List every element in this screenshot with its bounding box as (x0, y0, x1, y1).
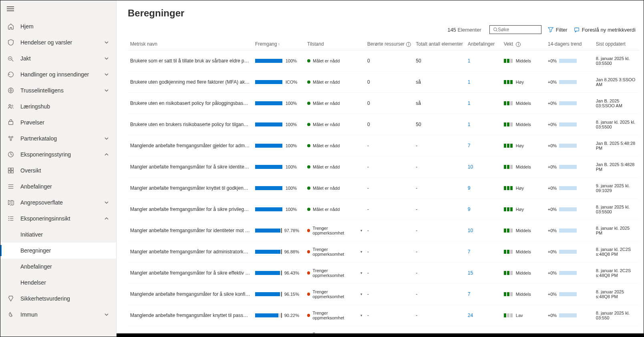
search-box[interactable] (489, 25, 541, 34)
weight-cell: Middels (504, 292, 543, 297)
col-total[interactable]: Totalt antall elementer (413, 38, 465, 50)
sidebar-item-oversikt[interactable]: Oversikt (0, 162, 116, 179)
sidebar-item-hendelser[interactable]: Hendelser (0, 275, 116, 291)
col-weight[interactable]: Vekt i (501, 38, 545, 50)
recommendations-link[interactable]: 1 (468, 79, 471, 85)
search-icon (493, 27, 498, 32)
col-updated[interactable]: Sist oppdatert (594, 38, 640, 50)
affected-cell: - (365, 135, 413, 156)
trend-value: +0% (548, 164, 557, 169)
table-row[interactable]: Brukere uten en brukers risikobaserte po… (128, 114, 640, 135)
metric-name: Manglende anbefalte fremgangsmåter knytt… (130, 313, 250, 318)
sidebar-item-læringshub[interactable]: Læringshub (0, 98, 116, 114)
trials-icon (7, 118, 15, 126)
sidebar-item-label: Eksponeringsstyring (20, 151, 104, 158)
threat-icon (7, 86, 15, 94)
total-cell: - (413, 178, 465, 199)
trend-value: +0% (548, 271, 557, 275)
status-cell: Trenger oppmerksomhet▾ (307, 289, 362, 299)
progress-bar (255, 59, 282, 63)
table-row[interactable]: Mangler anbefalte fremgangsmåter for adm… (128, 241, 640, 263)
table-row[interactable]: Brukere uten en risikobasert policy for … (128, 93, 640, 114)
suggest-button[interactable]: Foreslå ny metrikkverdi (574, 27, 636, 33)
sidebar-item-partnerkatalog[interactable]: Partnerkatalog (0, 130, 116, 146)
recommendations-link[interactable]: 7 (468, 249, 471, 255)
table-row[interactable]: Mangler anbefalte fremgangsmåter knyttet… (128, 178, 640, 199)
sidebar-item-anbefalinger[interactable]: Anbefalinger (0, 259, 116, 275)
recommendations-link[interactable]: 1 (468, 58, 471, 64)
table-row[interactable]: Mangler anbefalte fremgangsmåter for å s… (128, 156, 640, 178)
sidebar-item-prøvelser[interactable]: Prøvelser (0, 114, 116, 130)
table-row[interactable]: Mangler anbefalte fremgangsmåter for å s… (128, 199, 640, 220)
progress-bar (255, 144, 282, 148)
recommendations-link[interactable]: 24 (468, 313, 473, 318)
recommendations-link[interactable]: 15 (468, 270, 473, 276)
sidebar-item-label: Eksponeringsinnsikt (20, 215, 104, 222)
chevron-down-icon (104, 56, 110, 61)
sidebar-item-hjem[interactable]: Hjem (0, 18, 116, 34)
sidebar-item-eksponeringsstyring[interactable]: Eksponeringsstyring (0, 146, 116, 162)
filter-label: Filter (556, 27, 568, 33)
weight-cell: Høy (504, 207, 543, 212)
progress-bar (255, 186, 282, 190)
total-cell: 50 (413, 50, 465, 72)
trend-value: +0% (548, 80, 557, 84)
progress-value: 100% (286, 186, 297, 191)
table-row[interactable]: Brukere som er satt til å tillate bruk a… (128, 50, 640, 72)
item-count-label: Elementer (457, 27, 481, 33)
chevron-down-icon: ▾ (360, 229, 362, 233)
recommendations-link[interactable]: 7 (468, 143, 471, 148)
col-name[interactable]: Metrisk navn (128, 38, 253, 50)
table-row[interactable]: Manglende anbefalte fremgangsmåter gjeld… (128, 135, 640, 156)
search-input[interactable] (498, 27, 538, 32)
affected-cell: - (365, 156, 413, 178)
table-row[interactable]: Identifisering av sensitive forretningsd… (128, 326, 640, 334)
progress-bar (255, 250, 281, 254)
col-recs[interactable]: Anbefalinger (465, 38, 501, 50)
sidebar-item-hendelser-og-varsler[interactable]: Hendelser og varsler (0, 34, 116, 50)
sidebar-item-immun[interactable]: Immun (0, 307, 116, 323)
svg-rect-17 (8, 171, 10, 173)
col-progress[interactable]: Fremgang↑ (253, 38, 305, 50)
recommendations-link[interactable]: 10 (468, 164, 473, 170)
trend-cell: +0% (548, 207, 591, 212)
filter-button[interactable]: Filter (548, 27, 568, 33)
recommendations-link[interactable]: 9 (468, 207, 471, 212)
col-trend[interactable]: 14-dagers trend (545, 38, 594, 50)
col-affected[interactable]: Berørte ressurseri (365, 38, 413, 50)
progress-bar (255, 292, 281, 296)
svg-rect-7 (9, 121, 13, 124)
sidebar-item-trusselintelligens[interactable]: Trusselintelligens (0, 82, 116, 98)
svg-line-12 (11, 138, 12, 139)
status-text: Målet er nådd (313, 122, 340, 127)
chevron-up-icon (104, 152, 110, 157)
recommendations-link[interactable]: 9 (468, 185, 471, 191)
chevron-down-icon (104, 40, 110, 45)
trend-sparkline (559, 59, 577, 63)
sidebar-item-initiativer[interactable]: Initiativer (0, 227, 116, 243)
table-row[interactable]: Brukere uten godkjenning med flere fakto… (128, 72, 640, 93)
sidebar-item-angrepsoverflate[interactable]: Angrepsoverflate (0, 195, 116, 211)
recommendations-link[interactable]: 7 (468, 291, 471, 297)
hamburger-button[interactable] (0, 0, 116, 18)
sidebar-item-sikkerhetsvurdering[interactable]: Sikkerhetsvurdering (0, 291, 116, 307)
recommendations-link[interactable]: 10 (468, 228, 473, 233)
recommendations-link[interactable]: 1 (468, 122, 471, 127)
sidebar-item-label: Trusselintelligens (20, 87, 104, 94)
table-row[interactable]: Manglende anbefalte fremgangsmåter for å… (128, 284, 640, 305)
sidebar-item-jakt[interactable]: Jakt (0, 50, 116, 66)
total-cell: - (413, 284, 465, 305)
table-row[interactable]: Mangler anbefalte fremgangsmåter for ide… (128, 220, 640, 241)
sidebar-item-anbefalinger[interactable]: Anbefalinger (0, 179, 116, 195)
table-row[interactable]: Manglende anbefalte fremgangsmåter knytt… (128, 305, 640, 326)
sidebar-item-eksponeringsinnsikt[interactable]: Eksponeringsinnsikt (0, 211, 116, 227)
table-row[interactable]: Mangler anbefalte fremgangsmåter for å s… (128, 263, 640, 284)
sidebar-item-beregninger[interactable]: Beregninger (0, 243, 116, 259)
progress-bar (255, 122, 282, 126)
weight-label: Høy (516, 143, 524, 148)
recommendations-link[interactable]: 1 (468, 100, 471, 106)
sidebar-item-handlinger-og-innsendinger[interactable]: Handlinger og innsendinger (0, 66, 116, 82)
col-status[interactable]: Tilstand (305, 38, 365, 50)
sidebar-item-label: Beregninger (20, 247, 110, 254)
weight-bars-icon (504, 229, 513, 233)
